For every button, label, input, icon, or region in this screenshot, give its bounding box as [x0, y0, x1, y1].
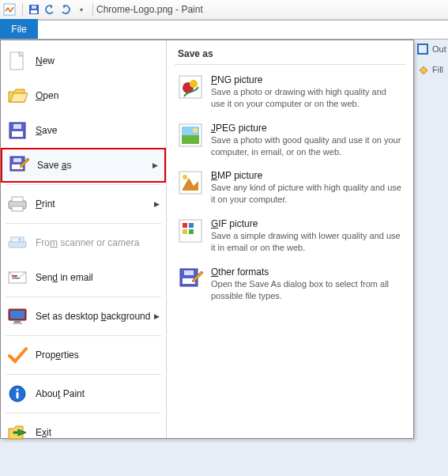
- ribbon-tabs: File: [0, 20, 448, 40]
- menu-label: Exit: [36, 427, 51, 438]
- menu-about[interactable]: About Paint: [1, 376, 166, 411]
- format-title: BMP picture: [211, 170, 402, 181]
- saveas-other-formats[interactable]: Other formats Open the Save As dialog bo…: [175, 262, 405, 310]
- fill-icon: [416, 63, 429, 76]
- menu-label: Set as desktop background: [36, 311, 150, 322]
- menu-label: Print: [36, 198, 55, 210]
- svg-rect-22: [14, 321, 21, 323]
- outline-icon: [416, 43, 429, 55]
- chevron-right-icon: ▶: [152, 161, 158, 169]
- menu-open[interactable]: Open: [1, 78, 166, 113]
- format-title: JPEG picture: [211, 123, 402, 134]
- menu-save-as[interactable]: Save as ▶: [1, 148, 166, 183]
- file-menu-list: New document.currentScript.previousEleme…: [1, 40, 167, 438]
- menu-print[interactable]: Print ▶: [1, 187, 166, 221]
- bmp-icon: [178, 170, 203, 195]
- format-desc: Save a photo with good quality and use i…: [211, 134, 402, 158]
- app-icon: [3, 3, 16, 16]
- svg-rect-6: [12, 131, 23, 137]
- svg-rect-23: [13, 323, 22, 324]
- gif-icon: [178, 218, 203, 244]
- qat-customize-dropdown[interactable]: ▾: [74, 2, 88, 17]
- svg-rect-38: [189, 223, 194, 228]
- separator: [175, 64, 405, 65]
- svg-rect-10: [13, 158, 21, 162]
- menu-label: Properties: [36, 349, 79, 361]
- chevron-right-icon: ▶: [154, 200, 160, 208]
- svg-rect-2: [31, 10, 37, 13]
- menu-exit[interactable]: Exit: [1, 415, 166, 450]
- menu-label: Send in email: [36, 272, 93, 283]
- window-title: Chrome-Logo.png - Paint: [96, 4, 203, 15]
- menu-label: New: [36, 55, 55, 66]
- menu-properties[interactable]: Properties: [1, 338, 166, 372]
- saveas-png[interactable]: PNG picture Save a photo or drawing with…: [175, 70, 405, 118]
- svg-point-33: [193, 128, 198, 133]
- tool-label: Out: [432, 44, 446, 54]
- ribbon-shape-tools: Out Fill: [416, 40, 448, 81]
- png-icon: [178, 74, 203, 100]
- info-icon: [7, 383, 28, 404]
- svg-rect-13: [12, 206, 23, 211]
- exit-icon: [7, 422, 28, 443]
- separator: [22, 3, 23, 16]
- svg-rect-12: [12, 197, 23, 202]
- svg-point-25: [16, 388, 18, 391]
- svg-rect-43: [184, 270, 194, 275]
- save-as-icon: [9, 155, 29, 176]
- svg-point-35: [183, 175, 187, 179]
- title-bar: ▾ Chrome-Logo.png - Paint: [0, 0, 448, 20]
- menu-from-scanner: From scanner or camera: [1, 225, 166, 260]
- new-document-icon: [7, 51, 28, 71]
- other-formats-icon: [178, 266, 203, 292]
- email-icon: [7, 267, 28, 288]
- svg-rect-39: [183, 229, 187, 234]
- menu-desktop-background[interactable]: Set as desktop background ▶: [1, 299, 166, 334]
- svg-rect-40: [189, 229, 194, 234]
- chevron-right-icon: ▶: [154, 312, 160, 320]
- file-menu: New document.currentScript.previousEleme…: [0, 40, 414, 439]
- menu-label: Open: [36, 90, 58, 101]
- menu-separator: [6, 184, 161, 185]
- menu-new[interactable]: New document.currentScript.previousEleme…: [1, 43, 166, 78]
- menu-label: Save: [36, 125, 57, 136]
- menu-separator: [6, 297, 161, 297]
- menu-label: From scanner or camera: [36, 237, 139, 248]
- svg-rect-18: [12, 275, 17, 277]
- svg-rect-15: [11, 237, 24, 242]
- redo-button[interactable]: [58, 2, 73, 17]
- tool-label: Fill: [432, 65, 443, 74]
- fill-tool[interactable]: Fill: [416, 60, 448, 79]
- svg-rect-21: [10, 311, 24, 319]
- saveas-gif[interactable]: GIF picture Save a simple drawing with l…: [175, 213, 405, 262]
- save-as-submenu: Save as PNG picture Save a photo or draw…: [167, 40, 413, 438]
- svg-rect-7: [13, 124, 21, 129]
- format-title: GIF picture: [211, 218, 402, 229]
- svg-rect-26: [17, 392, 19, 399]
- menu-save[interactable]: Save: [1, 113, 166, 148]
- saveas-bmp[interactable]: BMP picture Save any kind of picture wit…: [175, 165, 405, 213]
- menu-label: Save as: [37, 160, 71, 171]
- svg-rect-3: [32, 6, 36, 9]
- menu-separator: [6, 335, 161, 336]
- format-title: PNG picture: [211, 74, 402, 85]
- svg-rect-37: [183, 223, 187, 228]
- svg-rect-19: [12, 278, 20, 279]
- svg-point-29: [190, 80, 198, 88]
- menu-label: About Paint: [36, 388, 85, 399]
- undo-button[interactable]: [43, 2, 57, 17]
- menu-send-email[interactable]: Send in email: [1, 260, 166, 295]
- format-desc: Save a photo or drawing with high qualit…: [211, 86, 402, 110]
- menu-separator: [6, 374, 161, 375]
- save-qat-button[interactable]: [27, 2, 41, 17]
- saveas-jpeg[interactable]: JPEG picture Save a photo with good qual…: [175, 118, 405, 166]
- monitor-icon: [7, 306, 28, 327]
- menu-separator: [6, 413, 161, 414]
- folder-open-icon: [7, 85, 28, 106]
- outline-tool[interactable]: Out: [416, 40, 448, 59]
- format-desc: Save a simple drawing with lower quality…: [211, 230, 402, 254]
- scanner-icon: [7, 232, 28, 253]
- checkmark-icon: [7, 345, 28, 365]
- svg-rect-31: [182, 134, 199, 144]
- file-tab[interactable]: File: [0, 19, 38, 39]
